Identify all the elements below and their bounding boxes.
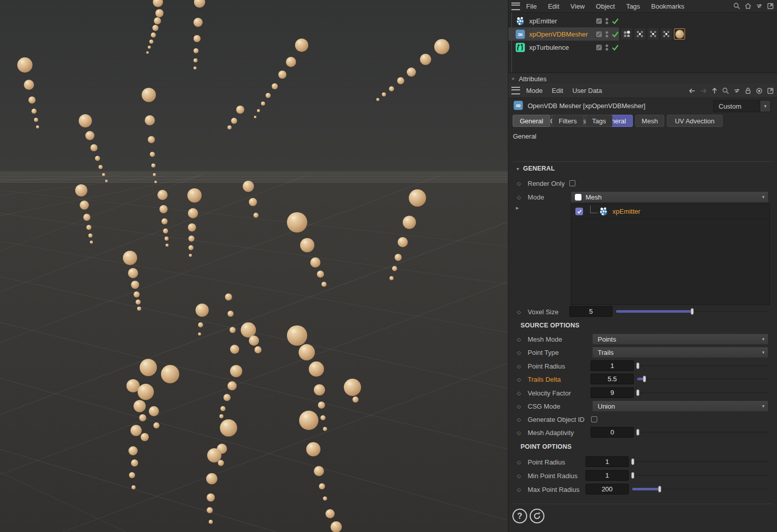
voxel-size-slider[interactable] bbox=[616, 306, 768, 317]
source-objects-listbox[interactable]: xpEmitter bbox=[571, 204, 770, 305]
menu-item-object[interactable]: Object bbox=[596, 3, 615, 10]
source-enabled-checkbox[interactable] bbox=[575, 208, 583, 215]
slider-handle[interactable] bbox=[631, 458, 634, 465]
attr-menu-item-edit[interactable]: Edit bbox=[552, 87, 563, 94]
xp-dots-x-tag[interactable] bbox=[634, 28, 645, 40]
menu-item-tags[interactable]: Tags bbox=[626, 3, 640, 10]
menu-item-edit[interactable]: Edit bbox=[548, 3, 559, 10]
param-value-field[interactable]: 9 bbox=[591, 387, 634, 398]
menu-item-view[interactable]: View bbox=[570, 3, 585, 10]
slider-track[interactable] bbox=[637, 365, 768, 367]
param-checkbox[interactable] bbox=[591, 416, 597, 422]
record-icon[interactable] bbox=[754, 86, 764, 96]
preset-dropdown[interactable]: Custom ▾ bbox=[713, 100, 771, 112]
search-icon[interactable] bbox=[721, 86, 731, 96]
slider-handle[interactable] bbox=[636, 362, 639, 369]
object-row-xpemitter[interactable]: xpEmitter bbox=[508, 14, 777, 27]
dropdown-value: Union bbox=[593, 403, 759, 410]
param-label: Mesh Mode bbox=[528, 336, 562, 343]
xp-dots-x-tag[interactable] bbox=[648, 28, 659, 40]
tab-mesh[interactable]: Mesh bbox=[635, 115, 664, 127]
menu-item-bookmarks[interactable]: Bookmarks bbox=[651, 3, 684, 10]
particle-sphere bbox=[278, 71, 286, 79]
tab-uv-advection[interactable]: UV Advection bbox=[667, 115, 723, 127]
param-value-field[interactable]: 200 bbox=[586, 484, 629, 494]
param-slider[interactable] bbox=[632, 484, 768, 494]
slider-track[interactable] bbox=[637, 378, 768, 380]
chevron-down-icon[interactable]: ▾ bbox=[760, 101, 770, 112]
back-arrow-icon[interactable] bbox=[687, 86, 697, 96]
expand-chevron-icon[interactable]: ▸ bbox=[516, 205, 519, 211]
help-button[interactable]: ? bbox=[512, 509, 527, 523]
param-dropdown[interactable]: Trails▾ bbox=[592, 347, 768, 358]
object-row-xpturbulence[interactable]: xpTurbulence bbox=[508, 41, 777, 54]
param-label: Point Radius bbox=[528, 458, 565, 466]
param-value-field[interactable]: 1 bbox=[586, 470, 629, 481]
param-slider[interactable] bbox=[637, 427, 768, 438]
slider-handle[interactable] bbox=[691, 308, 694, 315]
attributes-menu-icon[interactable] bbox=[511, 87, 520, 94]
panel-menu-icon[interactable] bbox=[511, 3, 520, 10]
subtab-general[interactable]: General bbox=[513, 115, 550, 127]
new-panel-icon[interactable] bbox=[765, 1, 775, 11]
filter-icon[interactable] bbox=[754, 1, 764, 11]
material-tag[interactable] bbox=[674, 28, 685, 40]
particle-sphere bbox=[31, 109, 37, 114]
slider-handle[interactable] bbox=[631, 472, 634, 479]
particle-sphere bbox=[149, 40, 153, 44]
filter-icon[interactable] bbox=[732, 86, 742, 96]
home-icon[interactable] bbox=[743, 1, 753, 11]
attr-menu-item-user-data[interactable]: User Data bbox=[572, 87, 602, 94]
forward-arrow-icon[interactable] bbox=[698, 86, 708, 96]
attr-menu-item-mode[interactable]: Mode bbox=[526, 87, 543, 94]
object-name[interactable]: xpTurbulence bbox=[529, 44, 569, 51]
object-name[interactable]: xpEmitter bbox=[529, 17, 557, 25]
particle-sphere bbox=[228, 381, 237, 390]
attributes-tab-strip[interactable]: × Attributes bbox=[508, 73, 777, 84]
close-icon[interactable]: × bbox=[511, 76, 514, 82]
param-value-field[interactable]: 1 bbox=[591, 360, 634, 371]
param-slider[interactable] bbox=[637, 374, 768, 384]
particle-sphere bbox=[128, 446, 138, 455]
particle-sphere bbox=[155, 9, 164, 17]
source-list-item[interactable]: xpEmitter bbox=[571, 204, 769, 219]
up-arrow-icon[interactable] bbox=[709, 86, 720, 96]
param-diamond-icon: ◇ bbox=[517, 404, 521, 409]
param-value-field[interactable]: 5.5 bbox=[591, 374, 634, 384]
param-slider[interactable] bbox=[632, 470, 768, 481]
slider-track[interactable] bbox=[632, 475, 768, 476]
param-dropdown[interactable]: Points▾ bbox=[592, 334, 768, 345]
slider-track[interactable] bbox=[637, 392, 768, 393]
param-slider[interactable] bbox=[637, 387, 768, 398]
general-group-header[interactable]: ▾ GENERAL bbox=[516, 165, 555, 172]
object-name[interactable]: xpOpenVDBMesher bbox=[529, 30, 588, 38]
refresh-button[interactable] bbox=[530, 509, 544, 523]
xp-dots-grid-tag[interactable] bbox=[621, 28, 632, 40]
menu-item-file[interactable]: File bbox=[526, 3, 537, 10]
param-dropdown[interactable]: Union▾ bbox=[592, 401, 768, 412]
particle-sphere bbox=[299, 344, 315, 360]
param-value-field[interactable]: 0 bbox=[591, 427, 634, 438]
slider-handle[interactable] bbox=[658, 486, 661, 492]
xp-dots-x-tag[interactable] bbox=[661, 28, 672, 40]
lock-icon[interactable] bbox=[743, 86, 753, 96]
param-value-field[interactable]: 1 bbox=[586, 456, 629, 467]
slider-handle[interactable] bbox=[643, 376, 646, 382]
param-row-point-type: ◇Point TypeTrails▾ bbox=[508, 346, 777, 358]
search-icon[interactable] bbox=[732, 1, 742, 11]
new-panel-icon[interactable] bbox=[765, 86, 775, 96]
subtab-tags[interactable]: Tags bbox=[586, 115, 612, 127]
slider-handle[interactable] bbox=[636, 389, 639, 396]
slider-track[interactable] bbox=[637, 431, 768, 433]
viewport-3d[interactable] bbox=[0, 0, 508, 532]
slider-track[interactable] bbox=[632, 461, 768, 462]
render-only-checkbox[interactable] bbox=[569, 180, 575, 186]
slider-handle[interactable] bbox=[636, 429, 639, 436]
param-slider[interactable] bbox=[637, 360, 768, 371]
object-row-xpopenvdbmesher[interactable]: ∞xpOpenVDBMesher bbox=[508, 27, 777, 41]
vdb-mesher-icon: ∞ bbox=[515, 29, 525, 39]
mode-dropdown[interactable]: Mesh ▾ bbox=[571, 191, 768, 203]
voxel-size-field[interactable]: 5 bbox=[569, 306, 612, 317]
subtab-filters[interactable]: Filters bbox=[552, 115, 584, 127]
param-slider[interactable] bbox=[632, 456, 768, 467]
